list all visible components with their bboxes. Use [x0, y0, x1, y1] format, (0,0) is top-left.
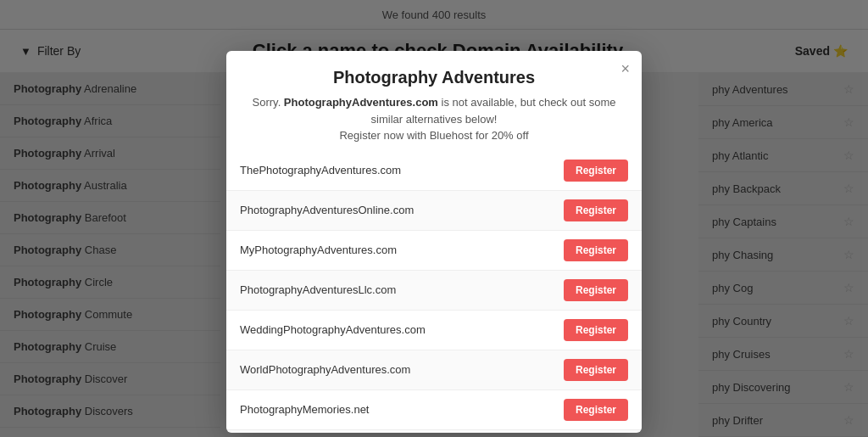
domain-name: PhotographyMemories.net [240, 403, 369, 416]
register-button[interactable]: Register [564, 199, 628, 221]
domain-name: PhotographyAdventuresOnline.com [240, 204, 414, 216]
register-button[interactable]: Register [564, 160, 628, 182]
modal-overlay: Photography Adventures × Sorry. Photogra… [0, 0, 868, 437]
domain-name: PhotographyAdventuresLlc.com [240, 283, 396, 296]
unavailable-domain: PhotographyAdventures.com [284, 96, 438, 109]
domain-row: MyPhotographyAdventures.com Register [226, 231, 642, 271]
domain-name: MyPhotographyAdventures.com [240, 244, 397, 256]
modal-header: Photography Adventures × Sorry. Photogra… [226, 51, 642, 151]
desc-before: Sorry. [253, 96, 284, 109]
register-button[interactable]: Register [564, 239, 628, 261]
register-button[interactable]: Register [564, 399, 628, 421]
modal-close-button[interactable]: × [620, 61, 630, 76]
modal-description: Sorry. PhotographyAdventures.com is not … [247, 94, 621, 144]
domain-row: PhotographyAdventuresOnline.com Register [226, 191, 642, 231]
domain-modal: Photography Adventures × Sorry. Photogra… [226, 51, 642, 433]
domain-row: PhotographyMemories.net Register [226, 390, 642, 430]
domain-row: WorldPhotographyAdventures.com Register [226, 350, 642, 390]
register-button[interactable]: Register [564, 359, 628, 381]
domain-list: ThePhotographyAdventures.com Register Ph… [226, 151, 642, 434]
domain-name: ThePhotographyAdventures.com [240, 164, 401, 176]
modal-title: Photography Adventures [247, 68, 621, 87]
domain-name: WorldPhotographyAdventures.com [240, 363, 410, 376]
domain-row: WeddingPhotographyAdventures.com Registe… [226, 311, 642, 350]
register-button[interactable]: Register [564, 319, 628, 341]
domain-row: PhotographyAdvantures.co Register [226, 430, 642, 434]
domain-row: ThePhotographyAdventures.com Register [226, 151, 642, 191]
domain-name: WeddingPhotographyAdventures.com [240, 323, 426, 336]
promo-text: Register now with Bluehost for 20% off [339, 129, 528, 142]
register-button[interactable]: Register [564, 279, 628, 301]
domain-row: PhotographyAdventuresLlc.com Register [226, 271, 642, 311]
